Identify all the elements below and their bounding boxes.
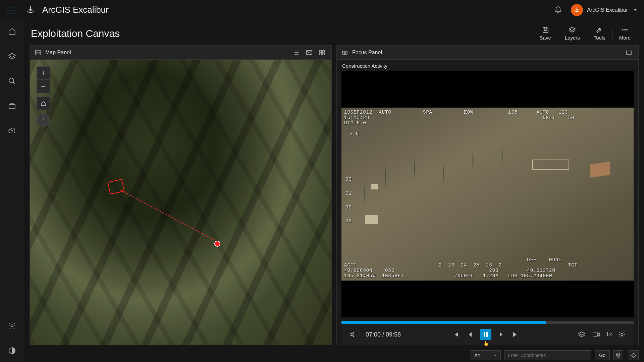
focus-panel-title: Focus Panel — [352, 50, 382, 56]
video-progress[interactable] — [341, 321, 634, 324]
svg-rect-11 — [320, 53, 322, 55]
user-menu-chevron-icon[interactable] — [633, 7, 638, 13]
hud-scale-2: 02 — [345, 204, 352, 210]
hud-br4: 105.21405W 10858FT 7050FT 1.2NM LOS 105.… — [344, 273, 552, 279]
zoom-out-button[interactable]: − — [37, 80, 50, 93]
page-title: Exploitation Canvas — [31, 28, 120, 39]
playback-speed[interactable]: 1× — [606, 331, 612, 338]
settings-icon[interactable] — [7, 321, 17, 330]
home-icon[interactable] — [7, 27, 17, 36]
svg-point-4 — [622, 29, 624, 31]
hud-br3: 40.60690N 050 293 40.61372N — [344, 268, 555, 273]
svg-point-20 — [618, 354, 619, 355]
notifications-icon[interactable] — [553, 5, 563, 15]
step-forward-button[interactable] — [496, 329, 506, 340]
zoom-in-button[interactable]: + — [37, 66, 50, 80]
hud-scale-3: 03 — [345, 218, 352, 224]
map-panel: Map Panel + − — [30, 45, 332, 345]
svg-point-6 — [626, 29, 628, 31]
svg-rect-17 — [486, 332, 488, 337]
map-panel-title: Map Panel — [45, 50, 71, 56]
skip-end-button[interactable] — [511, 329, 521, 340]
video-settings-icon[interactable] — [617, 329, 627, 340]
app-title: ArcGIS Excalibur — [42, 5, 109, 15]
map-canvas[interactable]: + − — [30, 60, 331, 345]
svg-point-21 — [632, 354, 635, 357]
menu-button[interactable] — [6, 7, 15, 13]
envelope-icon[interactable] — [305, 48, 314, 57]
pause-button[interactable]: 👆 — [480, 329, 491, 340]
tools-button[interactable]: Tools — [587, 26, 612, 41]
svg-rect-16 — [484, 332, 485, 337]
hud-utc: UTC-6.0 — [344, 120, 366, 126]
hud-compass: ↗ N — [350, 131, 359, 137]
expand-icon[interactable] — [624, 48, 634, 57]
svg-point-19 — [621, 334, 623, 336]
layers-icon[interactable] — [7, 52, 17, 61]
search-icon[interactable] — [7, 76, 17, 86]
briefcase-icon[interactable] — [7, 101, 17, 111]
coord-mode-select[interactable]: XY — [471, 350, 501, 360]
video-layers-icon[interactable] — [577, 329, 587, 340]
page-header: Exploitation Canvas Save Layers Tools — [24, 20, 644, 45]
more-button[interactable]: More — [612, 26, 637, 41]
svg-rect-15 — [627, 51, 631, 54]
hud-scale-0: 00 — [345, 177, 352, 182]
map-panel-icon — [35, 49, 41, 56]
hud-br1: OFF NONE — [344, 257, 562, 262]
layers-button[interactable]: Layers — [558, 26, 587, 41]
svg-point-5 — [624, 29, 626, 31]
app-logo-icon — [25, 4, 36, 16]
left-rail — [0, 20, 24, 362]
locate-icon[interactable] — [629, 350, 639, 360]
topbar: ArcGIS Excalibur ArcGIS Excalibur — [0, 0, 644, 20]
grid-icon[interactable] — [317, 48, 327, 57]
video-controls: 07:00 / 09:58 👆 — [341, 324, 634, 345]
coord-input[interactable] — [504, 350, 591, 360]
user-label: ArcGIS Excalibur — [587, 7, 628, 13]
hud-topline: 19SEP2012 AUTO SPA EOW 135 AUTO 123 — [344, 110, 568, 115]
camera-icon[interactable] — [591, 329, 601, 340]
avatar[interactable] — [571, 4, 583, 16]
target-marker — [214, 241, 220, 247]
mute-button[interactable] — [348, 329, 358, 340]
cloud-upload-icon[interactable] — [7, 126, 17, 135]
svg-point-0 — [9, 78, 14, 83]
go-button[interactable]: Go — [595, 350, 610, 360]
skip-start-button[interactable] — [450, 329, 461, 340]
svg-rect-18 — [593, 333, 598, 336]
svg-rect-1 — [9, 105, 15, 109]
map-home-button[interactable] — [37, 97, 50, 110]
clip-title: Construction Activity — [337, 60, 638, 71]
hud-dflt: DFLT 50 — [344, 115, 574, 120]
list-view-icon[interactable] — [292, 48, 301, 57]
svg-point-2 — [11, 325, 13, 327]
contrast-icon[interactable] — [7, 346, 17, 355]
coordinate-bar: XY Go — [24, 349, 644, 362]
video-viewport[interactable]: 19SEP2012 AUTO SPA EOW 135 AUTO 123 15:1… — [341, 71, 634, 317]
svg-rect-12 — [322, 53, 324, 55]
hud-br2: ACFT 2 23 24 25 26 2 TGT — [344, 262, 578, 268]
focus-panel-icon — [341, 49, 348, 56]
svg-rect-9 — [320, 50, 322, 52]
video-time: 07:00 / 09:58 — [366, 331, 401, 338]
focus-panel: Focus Panel Construction Activity — [336, 45, 639, 345]
svg-point-14 — [344, 52, 346, 54]
hud-scale-1: 01 — [345, 191, 352, 196]
save-button[interactable]: Save — [533, 26, 558, 41]
compass-button[interactable] — [37, 113, 50, 127]
svg-rect-10 — [322, 50, 324, 52]
pin-icon[interactable] — [613, 350, 623, 360]
cursor-icon: 👆 — [483, 341, 489, 346]
step-back-button[interactable] — [465, 329, 475, 340]
